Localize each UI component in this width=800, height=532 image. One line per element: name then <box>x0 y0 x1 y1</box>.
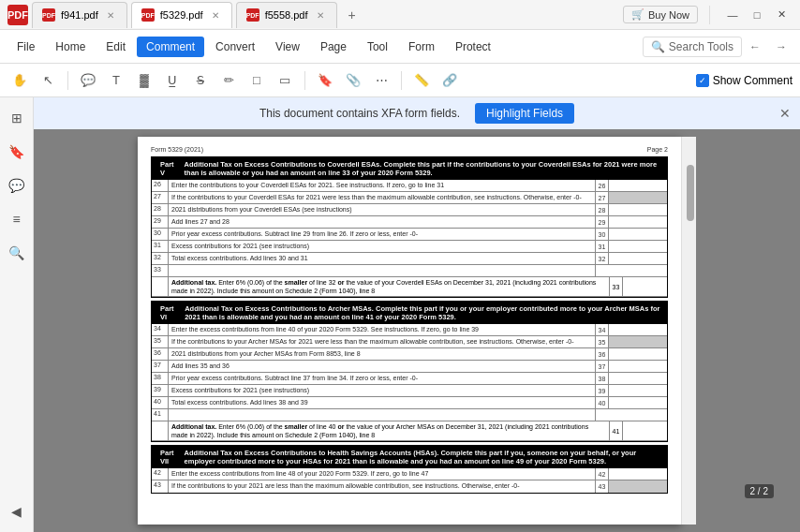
tab-close-f5329[interactable]: ✕ <box>209 9 222 22</box>
close-button[interactable]: ✕ <box>770 6 793 24</box>
row-text-31: Excess contributions for 2021 (see instr… <box>169 241 596 252</box>
shape-button[interactable]: □ <box>244 68 269 93</box>
menu-protect[interactable]: Protect <box>446 37 500 57</box>
tab-label-f5558: f5558.pdf <box>265 9 308 21</box>
scroll-thumb[interactable] <box>687 165 694 221</box>
underline-button[interactable]: U̲ <box>160 68 185 93</box>
maximize-button[interactable]: □ <box>746 6 768 24</box>
row-field-40 <box>609 397 667 408</box>
attach-button[interactable]: 📎 <box>341 68 365 93</box>
right-scroll-panel[interactable] <box>681 137 696 525</box>
nav-back-button[interactable]: ← <box>744 36 766 58</box>
menu-home[interactable]: Home <box>46 37 95 57</box>
row-field-29 <box>609 216 667 228</box>
strikethrough-button[interactable]: S̶ <box>188 68 213 93</box>
part-vii-header: Part VII Additional Tax on Excess Contri… <box>152 446 667 468</box>
more-button[interactable]: ⋯ <box>369 68 393 93</box>
sidebar-bookmark-button[interactable]: 🔖 <box>4 139 30 165</box>
sticky-note-button[interactable]: 💬 <box>76 68 100 93</box>
row-field-label-26: 26 <box>596 180 609 191</box>
row-field-label-40: 40 <box>596 397 609 408</box>
sidebar-collapse-button[interactable]: ◀ <box>4 498 30 525</box>
part-v-title: Additional Tax on Excess Contributions t… <box>185 160 663 177</box>
minimize-button[interactable]: — <box>721 6 744 24</box>
hand-tool-button[interactable]: ✋ <box>7 68 32 93</box>
measure-button[interactable]: 📏 <box>409 68 434 93</box>
pdf-icon-f5329: PDF <box>141 8 155 22</box>
area-button[interactable]: ▭ <box>273 68 297 93</box>
toolbar-sep3 <box>401 71 402 90</box>
text-comment-button[interactable]: T <box>104 68 128 93</box>
row-text-39: Excess contributions for 2021 (see instr… <box>169 385 596 396</box>
tab-f5329[interactable]: PDF f5329.pdf ✕ <box>131 2 232 28</box>
nav-forward-button[interactable]: → <box>770 36 793 58</box>
page-badge: 2 / 2 <box>745 484 774 498</box>
table-row: 37 Add lines 35 and 36 37 <box>152 361 667 373</box>
row-field-label-37: 37 <box>596 361 609 372</box>
add-tax-num-33 <box>152 277 169 296</box>
menu-convert[interactable]: Convert <box>206 37 264 57</box>
row-num-38: 38 <box>152 373 169 384</box>
xfa-banner: This document contains XFA form fields. … <box>34 97 800 129</box>
table-row: 38 Prior year excess contributions. Subt… <box>152 373 667 385</box>
select-tool-button[interactable]: ↖ <box>36 68 60 93</box>
search-tools-label: Search Tools <box>669 40 733 53</box>
sidebar-search-button[interactable]: 🔍 <box>4 240 30 266</box>
menu-view[interactable]: View <box>266 37 309 57</box>
show-comment-label: Show Comment <box>713 74 793 87</box>
sidebar-comment-button[interactable]: 💬 <box>4 172 30 199</box>
row-num-26: 26 <box>152 180 169 191</box>
table-row: 35 If the contributions to your Archer M… <box>152 336 667 348</box>
cart-icon: 🛒 <box>631 8 644 21</box>
table-row: 42 Enter the excess contributions from l… <box>152 468 667 480</box>
sidebar-layers-button[interactable]: ≡ <box>4 206 30 232</box>
tab-f5558[interactable]: PDF f5558.pdf ✕ <box>236 2 337 28</box>
buy-now-button[interactable]: 🛒 Buy Now <box>623 6 698 23</box>
row-field-label-38: 38 <box>596 373 609 384</box>
row-field-36 <box>609 348 667 360</box>
highlight-button[interactable]: ▓ <box>132 68 156 93</box>
menu-comment[interactable]: Comment <box>137 37 204 57</box>
table-row-empty-33: 33 <box>152 265 667 277</box>
add-tab-button[interactable]: + <box>341 4 363 26</box>
menu-tool[interactable]: Tool <box>358 37 397 57</box>
search-tools[interactable]: 🔍 Search Tools <box>643 37 742 57</box>
draw-button[interactable]: ✏ <box>216 68 241 93</box>
row-field-label-29: 29 <box>596 216 609 228</box>
row-text-26: Enter the contributions to your Coverdel… <box>169 180 596 191</box>
tab-close-f5558[interactable]: ✕ <box>314 9 327 22</box>
pdf-icon-f5558: PDF <box>246 8 259 22</box>
row-text-36: 2021 distributions from your Archer MSAs… <box>169 348 596 360</box>
toolbar-sep1 <box>67 71 68 90</box>
row-field-28 <box>609 204 667 215</box>
row-text-32: Total excess contributions. Add lines 30… <box>169 253 596 264</box>
table-row: 30 Prior year excess contributions. Subt… <box>152 229 667 241</box>
row-num-43: 43 <box>152 480 169 493</box>
menu-edit[interactable]: Edit <box>96 37 135 57</box>
pdf-page: Form 5329 (2021) Page 2 Part V Additiona… <box>138 137 681 525</box>
table-row-empty-41: 41 <box>152 409 667 421</box>
row-field-35 <box>609 336 667 347</box>
sidebar-thumb-button[interactable]: ⊞ <box>4 105 30 131</box>
highlight-fields-button[interactable]: Highlight Fields <box>475 103 574 124</box>
row-num-40: 40 <box>152 397 169 408</box>
table-row: 27 If the contributions to your Coverdel… <box>152 192 667 204</box>
banner-close-button[interactable]: ✕ <box>779 106 791 121</box>
row-text-27: If the contributions to your Coverdell E… <box>169 192 596 203</box>
tab-close-f941[interactable]: ✕ <box>104 9 117 22</box>
link-button[interactable]: 🔗 <box>437 68 462 93</box>
menu-file[interactable]: File <box>7 37 44 57</box>
stamp-button[interactable]: 🔖 <box>313 68 337 93</box>
row-num-35: 35 <box>152 336 169 347</box>
search-icon: 🔍 <box>651 40 665 53</box>
row-field-label-31: 31 <box>596 241 609 252</box>
row-text-38: Prior year excess contributions. Subtrac… <box>169 373 596 384</box>
menu-page[interactable]: Page <box>311 37 356 57</box>
row-field-label-43: 43 <box>596 480 609 493</box>
tab-f941[interactable]: PDF f941.pdf ✕ <box>32 2 127 28</box>
add-tax-num-right-41: 41 <box>609 421 622 440</box>
menu-form[interactable]: Form <box>399 37 444 57</box>
row-num-39: 39 <box>152 385 169 396</box>
title-bar-right: 🛒 Buy Now — □ ✕ <box>623 6 793 24</box>
show-comment-checkbox[interactable]: ✓ Show Comment <box>696 74 793 87</box>
